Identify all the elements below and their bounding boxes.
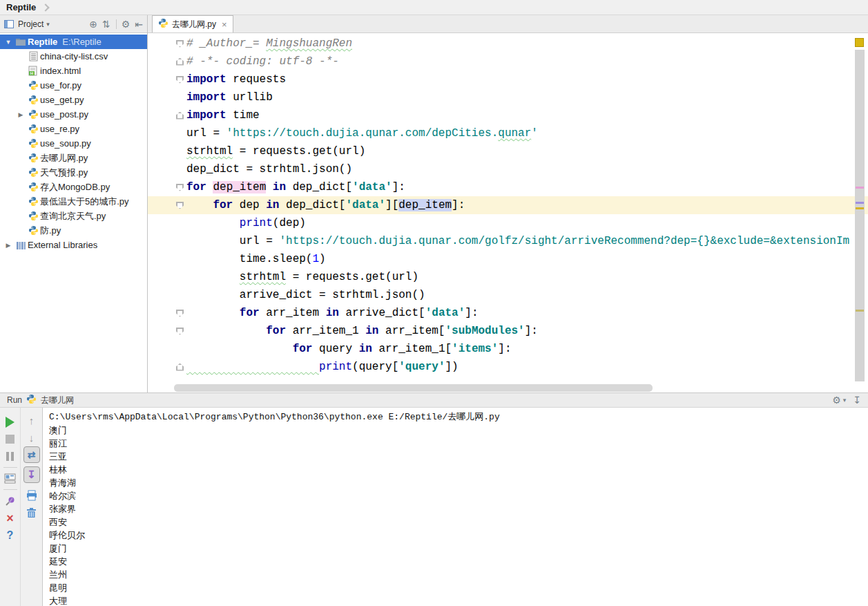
csv-file-icon [26,51,40,61]
code-text: print(dep) [186,214,868,232]
fold-icon[interactable] [176,112,184,120]
code-line[interactable]: for arr_item_1 in arr_item['subModules']… [148,322,868,340]
tree-item[interactable]: china-city-list.csv [0,49,147,64]
fold-icon[interactable] [176,310,184,317]
editor-vertical-scrollbar[interactable] [855,50,865,381]
editor-horizontal-scrollbar[interactable] [174,384,653,392]
soft-wrap-toggle[interactable]: ⇄ [23,446,40,463]
hide-project-panel-button[interactable]: ⇤ [135,19,143,29]
code-line[interactable]: import requests [148,70,868,88]
fold-icon[interactable] [176,58,184,66]
code-text: for arr_item_1 in arr_item['subModules']… [186,322,868,340]
code-line[interactable]: url = 'https://touch.dujia.qunar.com/gol… [148,232,868,250]
fold-icon[interactable] [176,184,184,191]
code-line[interactable]: for query in arr_item_1['items']: [148,340,868,358]
tree-item[interactable]: use_get.py [0,93,147,107]
run-settings-gear-icon[interactable]: ⚙ [832,395,841,406]
code-line[interactable]: # _Author_= MingshuangRen [148,35,868,53]
python-file-icon [26,80,40,91]
locate-file-button[interactable]: ⊕ [89,19,97,29]
code-editor[interactable]: # _Author_= MingshuangRen# -*- coding: u… [148,33,868,392]
project-toolbar: Project ▾ ⊕ ⇅ ⚙ ⇤ [0,15,147,33]
close-run-button[interactable]: × [2,509,19,527]
code-text: strhtml = requests.get(url) [186,268,868,286]
print-button[interactable] [23,486,40,504]
code-line[interactable]: print(dep) [148,214,868,232]
run-settings-dropdown-icon[interactable]: ▾ [843,397,847,404]
console-output-line: 厦门 [49,542,868,556]
pause-output-button[interactable] [2,448,19,465]
code-line[interactable]: strhtml = requests.get(url) [148,142,868,160]
tree-item[interactable]: ▶use_post.py [0,107,147,122]
svg-text:H: H [30,71,33,75]
code-line[interactable]: strhtml = requests.get(url) [148,268,868,286]
console-output-line: 丽江 [49,437,868,451]
code-line[interactable]: # -*- coding: utf-8 -*- [148,53,868,70]
tree-item[interactable]: Hindex.html [0,64,147,78]
code-line[interactable]: import time [148,106,868,124]
project-settings-gear-icon[interactable]: ⚙ [122,19,131,29]
tree-item[interactable]: ▼ReptileE:\Reptile [0,35,147,49]
code-line[interactable]: arrive_dict = strhtml.json() [148,286,868,304]
code-line[interactable]: dep_dict = strhtml.json() [148,160,868,178]
code-line[interactable]: for dep_item in dep_dict['data']: [148,178,868,196]
fold-icon[interactable] [176,76,184,84]
tree-item[interactable]: 去哪儿网.py [0,151,147,165]
tree-item[interactable]: 防.py [0,223,147,238]
tab-close-icon[interactable]: × [222,19,227,30]
pin-tab-button[interactable] [2,492,19,509]
run-console[interactable]: C:\Users\rms\AppData\Local\Programs\Pyth… [43,408,868,606]
tree-item[interactable]: 存入MongoDB.py [0,180,147,194]
tree-item[interactable]: use_for.py [0,78,147,93]
stop-button[interactable] [2,430,19,448]
code-line[interactable]: url = 'https://touch.dujia.qunar.com/dep… [148,124,868,142]
console-output-line: 张家界 [49,503,868,516]
code-text: for dep in dep_dict['data'][dep_item]: [186,196,868,214]
breadcrumb-project[interactable]: Reptile [6,2,36,12]
console-output-line: 兰州 [49,569,868,582]
tree-item[interactable]: use_re.py [0,122,147,136]
inspection-status-square[interactable] [855,38,864,47]
breadcrumb-chevron-icon [42,3,50,11]
expand-arrow-icon[interactable]: ▼ [3,39,14,46]
editor-tab-bar: 去哪儿网.py × [148,15,868,33]
console-command-line: C:\Users\rms\AppData\Local\Programs\Pyth… [49,411,868,424]
tree-item[interactable]: 天气预报.py [0,165,147,180]
tree-item-label: External Libraries [28,240,97,250]
pin-icon [5,495,16,506]
project-view-dropdown-icon[interactable]: ▾ [46,21,50,28]
console-output-line: 青海湖 [49,477,868,490]
hide-run-panel-button[interactable]: ↧ [853,395,861,406]
fold-icon[interactable] [176,202,184,209]
code-line[interactable]: for arr_item in arrive_dict['data']: [148,304,868,322]
code-line[interactable]: import urllib [148,88,868,106]
console-output-line: 三亚 [49,451,868,464]
collapse-arrow-icon[interactable]: ▶ [15,111,26,118]
collapse-all-button[interactable]: ⇅ [102,19,110,29]
fold-icon[interactable] [176,40,184,48]
down-stack-trace-button[interactable]: ↓ [23,429,40,446]
clear-all-button[interactable] [23,504,40,521]
run-tab-label[interactable]: 去哪儿网 [41,395,74,406]
marker-read-usage [856,202,864,204]
rerun-button[interactable] [2,413,19,430]
help-button[interactable]: ? [2,527,19,544]
project-view-selector[interactable]: Project [18,19,44,29]
tree-item[interactable]: ▶External Libraries [0,238,147,252]
collapse-arrow-icon[interactable]: ▶ [3,242,14,249]
code-line[interactable]: print(query['query']) [148,358,868,376]
tree-item[interactable]: 最低温大于5的城市.py [0,194,147,209]
tree-item-label: Reptile [28,37,57,47]
restore-layout-button[interactable] [2,470,19,487]
tree-item[interactable]: 查询北京天气.py [0,209,147,223]
fold-icon[interactable] [176,328,184,335]
code-line[interactable]: time.sleep(1) [148,250,868,268]
marker-warning [856,310,864,312]
scroll-to-end-toggle[interactable]: ↧ [23,466,40,483]
up-stack-trace-button[interactable]: ↑ [23,412,40,429]
editor-tab[interactable]: 去哪儿网.py × [152,15,233,32]
tree-item[interactable]: use_soup.py [0,136,147,151]
code-line-current[interactable]: for dep in dep_dict['data'][dep_item]: [148,196,868,214]
tree-item-label: 防.py [40,225,61,237]
fold-icon[interactable] [176,363,184,371]
